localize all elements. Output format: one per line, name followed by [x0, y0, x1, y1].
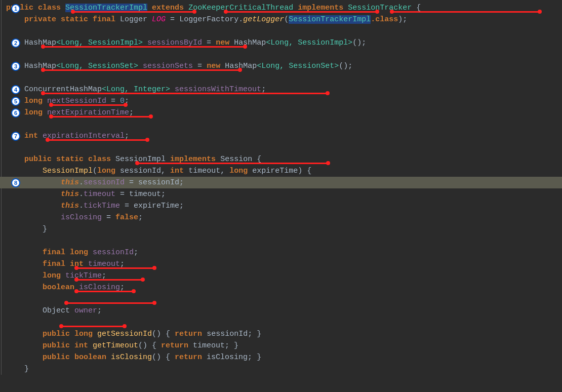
code-line: SessionImpl(long sessionId, int timeout,… [0, 165, 562, 177]
code-line: private static final Logger LOG = Logger… [0, 14, 562, 25]
code-line: this.tickTime = expireTime; [0, 200, 562, 212]
param: timeout, [184, 167, 229, 175]
val: isClosing; } [202, 353, 261, 362]
type: HashMap [24, 62, 56, 70]
param: sessionId, [115, 167, 170, 175]
generic: <Long, SessionSet> [257, 62, 339, 70]
eq: = [193, 62, 207, 70]
class-ref: SessionTrackerImpl [289, 15, 371, 24]
paren: ( [284, 15, 289, 24]
class-name: SessionImpl [115, 155, 166, 164]
field: sessionId [84, 178, 125, 187]
blank-line [0, 293, 562, 305]
dot: . [79, 178, 84, 187]
param: expireTime) { [248, 167, 311, 175]
blank-line [0, 72, 562, 84]
dot: . [79, 190, 84, 199]
semi: ; [125, 97, 129, 105]
type: HashMap [229, 38, 266, 47]
field: nextSessionId [47, 97, 106, 105]
type: long [24, 108, 43, 117]
field: sessionsWithTimeout [175, 85, 261, 94]
dot: . [238, 15, 243, 24]
close: (); [339, 62, 352, 70]
type: ConcurrentHashMap [24, 85, 102, 94]
annotation-badge-2: 2 [11, 38, 20, 48]
code-line: final long sessionId; [0, 247, 562, 258]
code-line: public class SessionTrackerImpl extends … [0, 2, 562, 14]
number: 0 [120, 97, 125, 105]
blank-line [0, 235, 562, 247]
field: nextExpirationTime [47, 108, 129, 117]
bool: false [115, 213, 138, 222]
field: isClosing [79, 283, 120, 292]
mod: long [43, 271, 61, 280]
type: Logger [120, 15, 147, 24]
annotation-badge-4: 4 [11, 85, 20, 94]
semi: ; [134, 248, 138, 257]
mod: boolean [43, 283, 74, 292]
field: tickTime [65, 271, 102, 280]
type: Object [43, 306, 70, 315]
type: long [97, 167, 115, 175]
paren: ( [93, 167, 97, 175]
semi: ; [129, 108, 134, 117]
annotation-badge-5: 5 [11, 97, 20, 106]
blank-line [0, 25, 562, 37]
code-line: ConcurrentHashMap<Long, Integer> session… [0, 84, 562, 95]
field: sessionsById [147, 38, 202, 47]
mod: public boolean [43, 353, 106, 362]
method: getSessionId [97, 330, 152, 338]
code-editor[interactable]: public class SessionTrackerImpl extends … [0, 0, 562, 375]
semi: ; [120, 283, 125, 292]
ctor: SessionImpl [43, 167, 93, 175]
close: (); [352, 38, 366, 47]
mod: public long [43, 330, 93, 338]
paren: () { [152, 353, 175, 362]
code-line: public long getSessionId() { return sess… [0, 328, 562, 340]
annotation-badge-7: 7 [11, 132, 20, 141]
type: long [24, 97, 43, 105]
this: this [61, 178, 79, 187]
field: tickTime [84, 202, 120, 210]
brace: { [252, 155, 261, 164]
field: timeout [88, 260, 120, 268]
implements: implements [170, 155, 216, 164]
class-literal: .class [371, 15, 398, 24]
field: sessionId [93, 248, 134, 257]
eq: = [120, 202, 134, 210]
eq: = [125, 178, 138, 187]
blank-line [0, 119, 562, 130]
type: HashMap [220, 62, 257, 70]
modifiers: public static class [24, 155, 111, 164]
code-line: Object owner; [0, 305, 562, 317]
dot: . [79, 202, 84, 210]
field: owner [74, 306, 97, 315]
code-line: public static class SessionImpl implemen… [0, 153, 562, 165]
semi: ; [102, 271, 106, 280]
code-line: } [0, 223, 562, 235]
interface: Session [220, 155, 252, 164]
method: getTimeout [93, 341, 138, 350]
paren: () { [138, 341, 161, 350]
mod: final long [43, 248, 88, 257]
code-line: this.timeout = timeout; [0, 188, 562, 200]
factory-class: LoggerFactory [179, 15, 238, 24]
type: HashMap [24, 38, 56, 47]
type: long [229, 167, 248, 175]
generic: <Long, SessionImpl> [266, 38, 352, 47]
generic: <Long, SessionSet> [56, 62, 138, 70]
code-line-current: this.sessionId = sessionId; [0, 177, 562, 188]
annotation-badge-6: 6 [11, 108, 20, 117]
blank-line [0, 49, 562, 60]
val: sessionId; } [202, 330, 261, 338]
superclass: ZooKeeperCriticalThread [188, 4, 293, 12]
code-line: } [0, 363, 562, 375]
semi: ; [125, 132, 129, 140]
op: = [166, 15, 179, 24]
code-line: HashMap<Long, SessionImpl> sessionsById … [0, 37, 562, 49]
semi: ; [120, 260, 125, 268]
brace: } [43, 225, 47, 233]
rhs: expireTime; [134, 202, 184, 210]
field: isClosing [61, 213, 102, 222]
